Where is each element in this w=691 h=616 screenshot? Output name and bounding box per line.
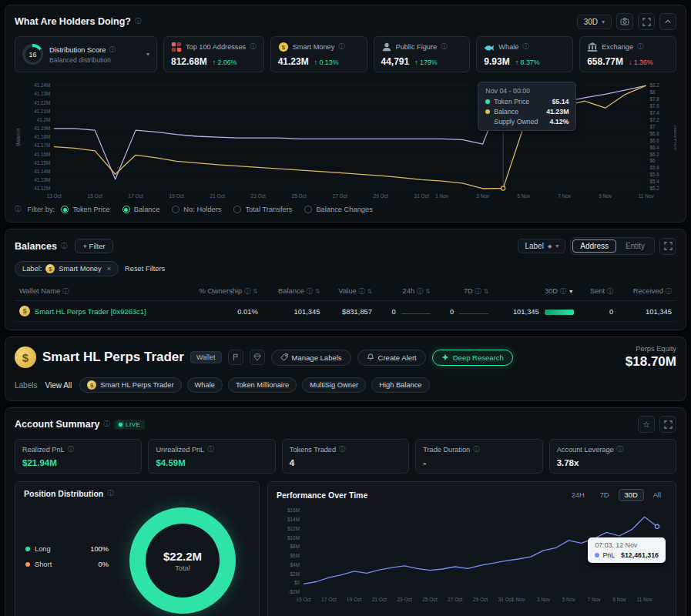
label-chip-multisig-owner[interactable]: MultiSig Owner [302, 377, 366, 393]
svg-text:11 Nov: 11 Nov [636, 597, 652, 602]
gem-button[interactable] [250, 350, 265, 365]
svg-text:27 Oct: 27 Oct [333, 193, 347, 199]
expand-icon [664, 420, 673, 429]
column-header-wallet-name[interactable]: Wallet Name ⓘ [15, 283, 180, 301]
distribution-score-card[interactable]: 16 Distribution Scoreⓘ Balanced distribu… [15, 36, 157, 72]
range-select[interactable]: 30D▾ [577, 15, 612, 29]
holders-chart[interactable]: 41.24M41.23M41.22M41.21M41.2M41.19M41.18… [15, 80, 676, 202]
stat-card-whale[interactable]: Whaleⓘ9.93M↑ 8.37% [476, 36, 573, 72]
label-chip-smart-hl-perps-trader[interactable]: $Smart HL Perps Trader [79, 377, 181, 393]
label-chip-token-millionaire[interactable]: Token Millionaire [228, 377, 297, 393]
column-header-balance[interactable]: Balance ⓘ ⇅ [263, 283, 325, 301]
column-header-sent[interactable]: Sent ⓘ [579, 283, 619, 301]
sparkline-7d [459, 310, 488, 314]
filter-button[interactable]: + Filter [75, 239, 112, 253]
sort-icon: ⇅ [425, 288, 431, 295]
create-alert-button[interactable]: Create Alert [357, 350, 426, 366]
info-icon: ⓘ [339, 445, 346, 454]
info-icon: ⓘ [15, 205, 22, 214]
flag-button[interactable] [228, 350, 243, 365]
perf-tab-7d[interactable]: 7D [594, 489, 616, 501]
column-header-received[interactable]: Received ⓘ [618, 283, 676, 301]
legend-dot-icon [25, 547, 30, 551]
svg-text:$0: $0 [294, 580, 300, 585]
info-icon: ⓘ [307, 287, 314, 295]
svg-text:$5.8: $5.8 [650, 165, 660, 170]
donut-total-value: $22.2M [163, 550, 202, 563]
fullscreen-button[interactable] [659, 416, 676, 433]
perf-tab-24h[interactable]: 24H [565, 489, 591, 501]
balances-row[interactable]: $Smart HL Perps Trader [0x9263c1]0.01%10… [15, 301, 676, 322]
collapse-button[interactable] [659, 13, 676, 30]
info-icon[interactable]: ⓘ [135, 17, 142, 26]
perf-tooltip: 07:03, 12 Nov PnL$12,461,316 [588, 537, 666, 563]
stat-card-top100[interactable]: Top 100 Addressesⓘ812.68M↑ 2.06% [163, 36, 264, 72]
stat-value: 812.68M↑ 2.06% [171, 56, 257, 67]
svg-text:41.16M: 41.16M [34, 152, 50, 157]
smart-money-icon: $ [278, 42, 289, 52]
filter-option-balance-changes[interactable]: Balance Changes [304, 206, 372, 213]
active-filter-chip[interactable]: Label: $ Smart Money × [15, 261, 119, 276]
performance-chart[interactable]: $16M$14M$12M$10M$8M$6M$4M$2M$0-$2M15 Oct… [277, 506, 667, 604]
svg-text:$8M: $8M [290, 544, 300, 549]
info-icon: ⓘ [207, 445, 214, 454]
filter-option-no-holders[interactable]: No: Holders [172, 206, 221, 213]
info-icon[interactable]: ⓘ [103, 420, 110, 429]
svg-text:1 Nov: 1 Nov [435, 193, 449, 199]
filter-option-balance[interactable]: Balance [122, 206, 160, 213]
value-cell: $831,857 [324, 301, 377, 322]
svg-text:41.23M: 41.23M [34, 91, 50, 96]
star-button[interactable]: ☆ [638, 416, 655, 433]
info-icon: ⓘ [417, 287, 424, 295]
deep-research-button[interactable]: Deep Research [432, 350, 513, 366]
column-header-30d[interactable]: 30D ⓘ ▼ [493, 283, 578, 301]
column-header-value[interactable]: Value ⓘ ⇅ [324, 283, 377, 301]
view-toggle-entity[interactable]: Entity [618, 239, 652, 253]
label-chip-high-balance[interactable]: High Balance [371, 377, 429, 393]
svg-text:41.19M: 41.19M [34, 126, 50, 131]
svg-text:5 Nov: 5 Nov [517, 193, 531, 199]
radio-icon [304, 206, 312, 213]
info-icon[interactable]: ⓘ [107, 489, 114, 498]
column-header-ownership[interactable]: % Ownership ⓘ ⇅ [180, 283, 263, 301]
fullscreen-button[interactable] [659, 238, 676, 255]
bell-icon [367, 353, 374, 361]
label-dropdown[interactable]: Label◆▾ [518, 239, 565, 253]
svg-text:23 Oct: 23 Oct [251, 193, 266, 199]
filter-option-total-transfers[interactable]: Total Transfers [233, 206, 292, 213]
snapshot-button[interactable] [616, 13, 633, 30]
chevron-down-icon: ▾ [555, 243, 559, 249]
wallet-avatar: $ [15, 346, 36, 368]
svg-text:$6: $6 [650, 158, 656, 163]
live-dot-icon [119, 423, 122, 427]
perf-tab-30d[interactable]: 30D [619, 489, 644, 501]
column-header-7d[interactable]: 7D ⓘ ⇅ [435, 283, 494, 301]
label-chip-whale[interactable]: Whale [187, 377, 223, 393]
donut-total-label: Total [175, 564, 190, 572]
svg-text:41.21M: 41.21M [34, 109, 50, 114]
svg-text:41.17M: 41.17M [34, 142, 50, 148]
fullscreen-button[interactable] [638, 13, 655, 30]
view-toggle-address[interactable]: Address [572, 239, 616, 253]
smart-money-icon: $ [45, 264, 55, 273]
stat-card-public-figure[interactable]: Public Figureⓘ44,791↑ 179% [374, 36, 471, 72]
series-dot-icon [485, 99, 490, 104]
svg-text:41.13M: 41.13M [34, 177, 50, 182]
svg-text:19 Oct: 19 Oct [347, 597, 362, 602]
view-all-link[interactable]: View All [45, 381, 72, 390]
manage-labels-button[interactable]: Manage Labels [271, 350, 351, 366]
wallet-link[interactable]: Smart HL Perps Trader [0x9263c1] [35, 307, 146, 316]
reset-filters-button[interactable]: Reset Filters [125, 265, 165, 273]
balance-cell: 101,345 [263, 301, 325, 322]
perf-tab-all[interactable]: All [647, 489, 667, 501]
wallet-type-badge: Wallet [190, 351, 222, 363]
expand-icon [642, 18, 651, 26]
close-icon[interactable]: × [107, 265, 111, 273]
balances-table: Wallet Name ⓘ% Ownership ⓘ ⇅Balance ⓘ ⇅V… [15, 283, 676, 322]
stat-card-smart-money[interactable]: $Smart Moneyⓘ41.23M↑ 0.13% [270, 36, 367, 72]
column-header-24h[interactable]: 24h ⓘ ⇅ [377, 283, 435, 301]
filter-option-token-price[interactable]: Token Price [61, 206, 110, 213]
svg-text:$8: $8 [650, 89, 656, 95]
stat-card-exchange[interactable]: Exchangeⓘ658.77M↓ 1.36% [579, 36, 676, 72]
info-icon[interactable]: ⓘ [61, 242, 68, 251]
